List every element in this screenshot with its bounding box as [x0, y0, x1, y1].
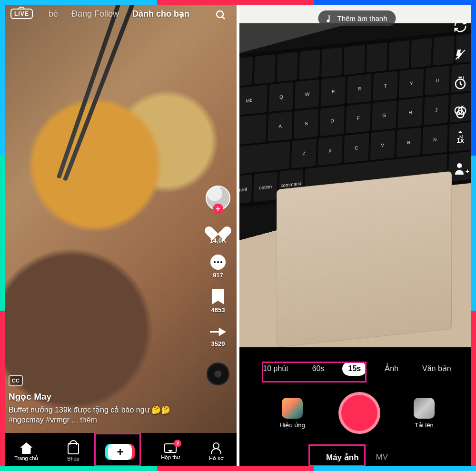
- comment-button[interactable]: 917: [210, 255, 226, 279]
- author-name[interactable]: Ngọc May: [9, 391, 195, 402]
- flip-camera-button[interactable]: [453, 19, 467, 33]
- mode-mv[interactable]: MV: [376, 452, 388, 462]
- save-count: 4653: [211, 306, 225, 314]
- comment-count: 917: [213, 272, 223, 279]
- caption-text[interactable]: Buffet nướng 139k được tặng cả bào ngư 🤔…: [9, 405, 195, 425]
- feed-screen: LIVE bè Đang Follow Dành cho bạn + 14,0K…: [0, 0, 238, 471]
- camera-screen: tabQWERTYUI ASDFGHJK ZXCVBNM controlopti…: [238, 0, 476, 471]
- duration-15s[interactable]: 15s: [342, 362, 367, 376]
- bookmark-icon: [212, 289, 224, 304]
- home-icon: [20, 442, 32, 454]
- flash-button[interactable]: [453, 48, 467, 62]
- comment-icon: [210, 255, 226, 270]
- effects-button[interactable]: Hiệu ứng: [279, 398, 305, 429]
- effects-thumbnail: [282, 398, 303, 419]
- viewfinder-trackpad: [277, 171, 452, 347]
- add-person-button[interactable]: +: [453, 162, 467, 176]
- duration-text[interactable]: Văn bản: [416, 361, 457, 376]
- tab-friends[interactable]: bè: [49, 9, 58, 19]
- duration-photo[interactable]: Ảnh: [379, 361, 404, 376]
- record-button[interactable]: [338, 392, 380, 434]
- author-avatar[interactable]: +: [206, 186, 230, 210]
- add-sound-button[interactable]: Thêm âm thanh: [318, 10, 396, 26]
- follow-plus-icon[interactable]: +: [213, 204, 223, 214]
- nav-profile[interactable]: Hồ sơ: [209, 442, 224, 461]
- nav-inbox[interactable]: 2 Hộp thư: [161, 443, 180, 461]
- filters-button[interactable]: [453, 105, 467, 119]
- speed-button[interactable]: 1x: [453, 133, 467, 147]
- captions-toggle[interactable]: CC: [9, 375, 23, 386]
- tab-for-you[interactable]: Dành cho bạn: [132, 9, 189, 19]
- plus-icon: +: [117, 445, 123, 459]
- save-button[interactable]: 4653: [211, 289, 225, 314]
- nav-home[interactable]: Trang chủ: [14, 442, 38, 461]
- share-icon: [210, 324, 226, 338]
- profile-icon: [211, 442, 221, 454]
- add-person-icon: [455, 163, 466, 175]
- like-button[interactable]: 14,0K: [210, 221, 227, 244]
- nav-create[interactable]: +: [108, 444, 132, 460]
- share-count: 3529: [211, 340, 225, 347]
- shop-icon: [68, 443, 79, 454]
- create-button[interactable]: +: [108, 444, 132, 460]
- inbox-badge: 2: [174, 440, 181, 447]
- music-note-icon: [327, 15, 333, 22]
- duration-10m[interactable]: 10 phút: [257, 362, 294, 376]
- more-link[interactable]: thêm: [80, 416, 97, 424]
- bottom-nav: Trang chủ Shop + 2 Hộp thư Hồ sơ: [0, 433, 238, 471]
- nav-shop[interactable]: Shop: [67, 443, 79, 461]
- upload-thumbnail: [414, 398, 435, 419]
- mode-camera[interactable]: Máy ảnh: [326, 452, 359, 462]
- timer-button[interactable]: [453, 76, 467, 90]
- share-button[interactable]: 3529: [210, 324, 226, 347]
- duration-60s[interactable]: 60s: [307, 362, 330, 376]
- upload-button[interactable]: Tải lên: [414, 398, 435, 429]
- sound-disc[interactable]: [207, 363, 229, 385]
- heart-icon: [210, 221, 226, 235]
- tab-following[interactable]: Đang Follow: [71, 9, 119, 19]
